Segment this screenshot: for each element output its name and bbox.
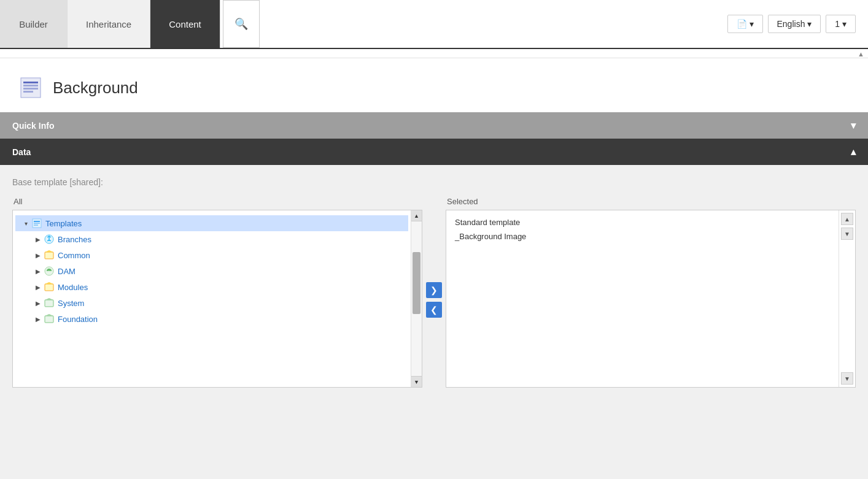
quick-info-label: Quick Info [12, 121, 54, 131]
base-template-text: Base template [12, 177, 68, 187]
scroll-up-indicator[interactable]: ▲ [858, 50, 864, 58]
svg-rect-18 [45, 316, 53, 323]
tree-arrow-foundation: ▶ [34, 315, 42, 323]
number-button[interactable]: 1 ▾ [826, 15, 856, 33]
data-header[interactable]: Data ▴ [0, 139, 868, 165]
transfer-left-icon: ❮ [430, 305, 438, 315]
transfer-right-button[interactable]: ❯ [426, 282, 442, 298]
search-icon: 🔍 [234, 17, 248, 31]
system-icon [44, 297, 55, 308]
nav-right-controls: 📄 ▾ English ▾ 1 ▾ [727, 0, 869, 48]
tree-container: ▾ Templates ▶ [13, 210, 422, 332]
data-label: Data [12, 147, 31, 157]
dropdown-icon: ▾ [750, 19, 754, 29]
all-label: All [12, 197, 422, 206]
data-chevron: ▴ [851, 146, 856, 158]
dam-icon [44, 266, 55, 277]
svg-rect-3 [23, 88, 38, 90]
tree-arrow-dam: ▶ [34, 267, 42, 275]
transfer-right-icon: ❯ [430, 285, 438, 295]
tab-content[interactable]: Content [150, 0, 220, 48]
scroll-track [411, 221, 422, 376]
page-icon [18, 75, 43, 100]
quick-info-header[interactable]: Quick Info ▾ [0, 112, 868, 139]
svg-point-13 [48, 269, 50, 271]
svg-rect-1 [23, 82, 38, 83]
tree-arrow-branches: ▶ [34, 235, 42, 243]
branches-label: Branches [58, 235, 91, 244]
tree-item-common[interactable]: ▶ Common [15, 247, 408, 263]
templates-icon [31, 218, 42, 229]
page-title: Background [53, 79, 138, 98]
svg-rect-8 [34, 224, 38, 226]
svg-rect-7 [34, 223, 40, 224]
panel-all: All ▾ Templat [12, 197, 422, 388]
transfer-left-button[interactable]: ❮ [426, 302, 442, 318]
branches-icon [44, 234, 55, 245]
quick-info-section: Quick Info ▾ [0, 112, 868, 139]
modules-label: Modules [58, 283, 88, 292]
page-header: Background [0, 58, 868, 112]
svg-marker-11 [45, 250, 53, 252]
selected-item-bgimage[interactable]: _Background Image [451, 229, 834, 243]
language-button[interactable]: English ▾ [768, 15, 821, 33]
tree-arrow-modules: ▶ [34, 283, 42, 291]
quick-info-chevron: ▾ [851, 120, 856, 131]
templates-label: Templates [45, 219, 82, 228]
tree-arrow-common: ▶ [34, 251, 42, 259]
selected-list: Standard template _Background Image [446, 210, 839, 387]
tree-item-dam[interactable]: ▶ DAM [15, 263, 408, 279]
sort-down-button[interactable]: ▼ [841, 228, 853, 240]
base-template-label: Base template [shared]: [12, 177, 856, 187]
tree-item-templates[interactable]: ▾ Templates [15, 215, 408, 231]
tab-builder[interactable]: Builder [0, 0, 68, 48]
tab-inheritance[interactable]: Inheritance [68, 0, 150, 48]
foundation-icon [44, 313, 55, 324]
common-label: Common [58, 251, 90, 260]
panels: All ▾ Templat [12, 197, 856, 388]
selected-scroll-down[interactable]: ▼ [841, 372, 853, 385]
tree-item-branches[interactable]: ▶ Branches [15, 231, 408, 247]
svg-rect-4 [23, 91, 33, 93]
selected-sort-buttons: ▲ ▼ ▼ [839, 210, 855, 387]
svg-rect-10 [45, 252, 53, 259]
content-area: Base template [shared]: All ▾ [0, 165, 868, 400]
foundation-label: Foundation [58, 315, 98, 324]
data-section: Data ▴ [0, 139, 868, 165]
tree-arrow-templates: ▾ [21, 219, 30, 228]
selected-label: Selected [446, 197, 856, 206]
svg-rect-14 [45, 284, 53, 291]
search-button[interactable]: 🔍 [223, 0, 260, 48]
panel-selected: Selected Standard template _Background I… [446, 197, 856, 388]
selected-item-standard[interactable]: Standard template [451, 215, 834, 229]
tree-item-system[interactable]: ▶ System [15, 295, 408, 311]
svg-rect-6 [34, 221, 40, 222]
tree-item-modules[interactable]: ▶ Modules [15, 279, 408, 295]
top-navigation: Builder Inheritance Content 🔍 📄 ▾ Englis… [0, 0, 868, 49]
all-panel-box: ▾ Templates ▶ [12, 210, 422, 388]
system-label: System [58, 299, 84, 308]
svg-rect-16 [45, 300, 53, 307]
tree-item-foundation[interactable]: ▶ Foundation [15, 311, 408, 327]
svg-marker-19 [45, 314, 53, 316]
svg-rect-2 [23, 85, 38, 86]
document-icon-button[interactable]: 📄 ▾ [727, 15, 763, 33]
dam-label: DAM [58, 267, 76, 276]
common-icon [44, 250, 55, 261]
scroll-up-button[interactable]: ▲ [411, 210, 422, 221]
scroll-down-button[interactable]: ▼ [411, 376, 422, 387]
svg-marker-17 [45, 298, 53, 300]
sort-up-button[interactable]: ▲ [841, 213, 853, 225]
tree-arrow-system: ▶ [34, 299, 42, 307]
scroll-thumb [413, 252, 420, 314]
selected-box: Standard template _Background Image ▲ ▼ … [446, 210, 856, 388]
all-scrollbar: ▲ ▼ [411, 210, 422, 387]
shared-label: [shared]: [69, 177, 103, 187]
modules-icon [44, 282, 55, 293]
document-icon: 📄 [737, 19, 747, 29]
svg-marker-15 [45, 282, 53, 284]
transfer-buttons: ❯ ❮ [422, 282, 446, 318]
